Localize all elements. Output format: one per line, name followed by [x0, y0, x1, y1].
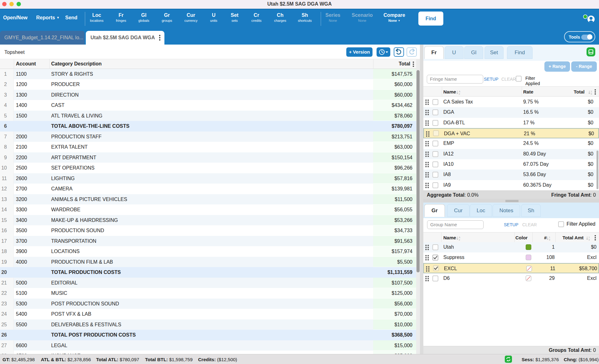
svg-text:1: 1	[589, 236, 590, 238]
svg-text:1: 1	[591, 90, 592, 93]
svg-text:Z: Z	[459, 239, 460, 241]
svg-text:A: A	[459, 90, 460, 93]
svg-text:9: 9	[591, 93, 592, 95]
svg-text:9: 9	[549, 239, 550, 241]
svg-text:9: 9	[589, 239, 590, 241]
svg-text:A: A	[459, 236, 460, 238]
svg-text:Z: Z	[459, 93, 460, 95]
svg-text:1: 1	[549, 236, 550, 238]
